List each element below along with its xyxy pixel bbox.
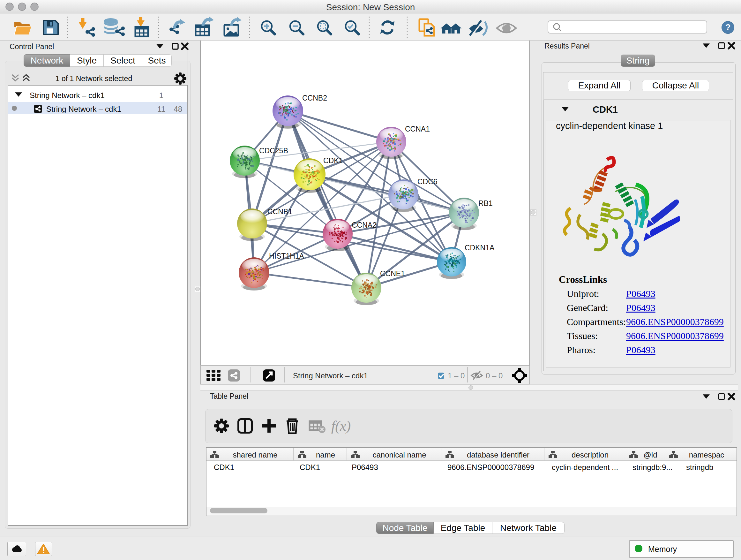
- svg-text:CCNB2: CCNB2: [302, 94, 327, 102]
- svg-text:RB1: RB1: [478, 199, 493, 207]
- svg-text:f(x): f(x): [331, 418, 351, 434]
- svg-text:CCNE1: CCNE1: [380, 269, 405, 278]
- svg-text:CCNA2: CCNA2: [352, 221, 377, 229]
- svg-text:CDC25B: CDC25B: [259, 146, 288, 155]
- svg-text:HIST1H1A: HIST1H1A: [269, 252, 305, 260]
- svg-text:CCNB1: CCNB1: [267, 207, 292, 216]
- svg-text:CDKN1A: CDKN1A: [465, 244, 495, 252]
- svg-text:CCNA1: CCNA1: [405, 125, 430, 133]
- svg-text:CDC6: CDC6: [417, 178, 437, 186]
- svg-text:CDK1: CDK1: [323, 157, 343, 165]
